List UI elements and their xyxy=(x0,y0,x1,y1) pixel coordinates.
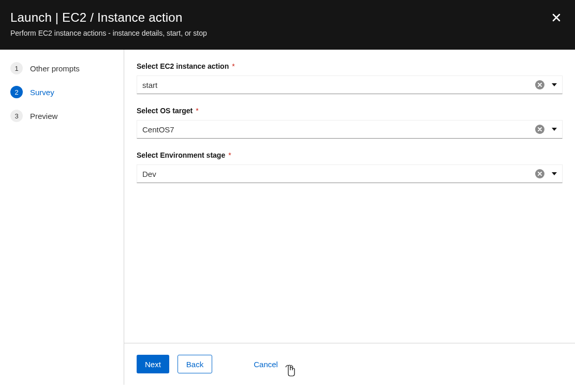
field-environment-stage: Select Environment stage * Dev xyxy=(137,151,563,183)
label-text: Select EC2 instance action xyxy=(137,62,229,70)
wizard-step-other-prompts[interactable]: 1 Other prompts xyxy=(10,62,124,74)
survey-form: Select EC2 instance action * start Selec… xyxy=(124,50,575,343)
select-ec2-action[interactable]: start xyxy=(137,76,563,94)
clear-icon[interactable] xyxy=(535,125,544,134)
select-value: Dev xyxy=(142,170,535,178)
step-number: 2 xyxy=(10,86,23,98)
field-ec2-action: Select EC2 instance action * start xyxy=(137,62,563,94)
cancel-button[interactable]: Cancel xyxy=(245,355,286,373)
step-label: Survey xyxy=(30,88,54,97)
close-icon[interactable] xyxy=(552,12,561,24)
chevron-down-icon[interactable] xyxy=(552,128,557,131)
wizard-step-preview[interactable]: 3 Preview xyxy=(10,110,124,122)
modal-title: Launch | EC2 / Instance action xyxy=(10,10,563,25)
wizard-footer: Next Back Cancel xyxy=(124,343,575,385)
wizard-step-survey[interactable]: 2 Survey xyxy=(10,86,124,98)
step-label: Preview xyxy=(30,112,57,120)
required-asterisk: * xyxy=(196,107,198,115)
wizard-content: Select EC2 instance action * start Selec… xyxy=(124,50,575,385)
label-text: Select OS target xyxy=(137,107,193,115)
modal-header: Launch | EC2 / Instance action Perform E… xyxy=(0,0,575,50)
select-value: start xyxy=(142,81,535,89)
step-number: 3 xyxy=(10,110,23,122)
clear-icon[interactable] xyxy=(535,80,544,89)
field-label: Select EC2 instance action * xyxy=(137,62,563,70)
required-asterisk: * xyxy=(232,62,234,70)
wizard-steps: 1 Other prompts 2 Survey 3 Preview xyxy=(0,50,124,385)
select-value: CentOS7 xyxy=(142,125,535,134)
select-environment-stage[interactable]: Dev xyxy=(137,164,563,183)
modal-subtitle: Perform EC2 instance actions - instance … xyxy=(10,29,563,37)
next-button[interactable]: Next xyxy=(137,355,169,373)
chevron-down-icon[interactable] xyxy=(552,83,557,86)
field-label: Select OS target * xyxy=(137,107,563,115)
field-os-target: Select OS target * CentOS7 xyxy=(137,107,563,139)
chevron-down-icon[interactable] xyxy=(552,172,557,175)
label-text: Select Environment stage xyxy=(137,151,225,159)
required-asterisk: * xyxy=(228,151,231,159)
clear-icon[interactable] xyxy=(535,169,544,178)
field-label: Select Environment stage * xyxy=(137,151,563,159)
select-os-target[interactable]: CentOS7 xyxy=(137,120,563,139)
back-button[interactable]: Back xyxy=(178,355,212,373)
step-label: Other prompts xyxy=(30,64,80,73)
step-number: 1 xyxy=(10,62,23,74)
modal-body: 1 Other prompts 2 Survey 3 Preview Selec… xyxy=(0,50,575,385)
